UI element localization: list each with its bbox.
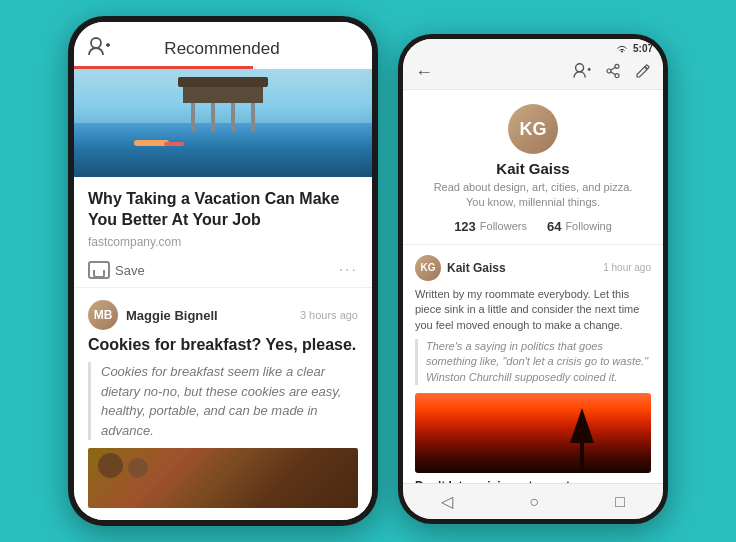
time-display: 5:07 — [633, 43, 653, 54]
left-phone: Recommended — [68, 16, 378, 526]
pillar-2 — [211, 103, 215, 131]
sunset-bg — [415, 393, 651, 473]
share-icon[interactable] — [605, 63, 621, 83]
feed-item[interactable]: KG Kait Gaiss 1 hour ago Written by my r… — [403, 245, 663, 483]
top-bar-right: ← — [403, 56, 663, 90]
top-bar-left: Recommended — [74, 22, 372, 66]
followers-stat: 123 Followers — [454, 219, 527, 234]
following-label: Following — [565, 220, 611, 232]
avatar-2: MB — [88, 300, 118, 330]
right-phone: 5:07 ← — [398, 34, 668, 524]
profile-avatar: KG — [508, 104, 558, 154]
home-nav-icon[interactable]: ○ — [529, 493, 539, 511]
back-nav-icon[interactable]: ◁ — [441, 492, 453, 511]
article-card-1[interactable]: Why Taking a Vacation Can Make You Bette… — [74, 177, 372, 288]
followers-label: Followers — [480, 220, 527, 232]
save-button[interactable]: Save — [88, 261, 145, 279]
article-actions-1: Save ··· — [88, 257, 358, 279]
status-bar: 5:07 — [403, 39, 663, 56]
post-excerpt-2: Cookies for breakfast seem like a clear … — [88, 362, 358, 440]
author-name-2: Maggie Bignell — [126, 308, 218, 323]
page-title: Recommended — [164, 39, 279, 59]
pocket-icon — [88, 261, 110, 279]
content-area-left: Why Taking a Vacation Can Make You Bette… — [74, 69, 372, 520]
following-stat: 64 Following — [547, 219, 612, 234]
profile-section: KG Kait Gaiss Read about design, art, ci… — [403, 90, 663, 245]
feed-avatar: KG — [415, 255, 441, 281]
svg-point-3 — [576, 63, 584, 71]
pillar-4 — [251, 103, 255, 131]
feed-avatar-initials: KG — [421, 262, 436, 273]
add-person-icon-right[interactable] — [573, 63, 591, 83]
svg-point-0 — [91, 38, 101, 48]
tree-silhouette — [572, 413, 592, 473]
time-ago-2: 3 hours ago — [300, 309, 358, 321]
more-options-button[interactable]: ··· — [339, 261, 358, 279]
feed-author-row: KG Kait Gaiss 1 hour ago — [415, 255, 651, 281]
svg-point-6 — [615, 64, 619, 68]
following-count: 64 — [547, 219, 561, 234]
svg-line-10 — [611, 71, 616, 74]
svg-point-8 — [615, 73, 619, 77]
article-source-1: fastcompany.com — [88, 235, 358, 249]
post-title-2: Cookies for breakfast? Yes, please. — [88, 336, 358, 354]
author-info: MB Maggie Bignell — [88, 300, 218, 330]
profile-name: Kait Gaiss — [496, 160, 569, 177]
hero-image[interactable] — [74, 69, 372, 177]
cookies-image — [88, 448, 358, 508]
save-label: Save — [115, 263, 145, 278]
sunset-image — [415, 393, 651, 473]
article-card-2[interactable]: MB Maggie Bignell 3 hours ago Cookies fo… — [74, 288, 372, 520]
tree-trunk — [580, 433, 584, 473]
feed-quote: There's a saying in politics that goes s… — [415, 339, 651, 385]
pillar-1 — [191, 103, 195, 131]
add-person-icon[interactable] — [88, 37, 110, 62]
svg-point-7 — [607, 69, 611, 73]
swimmer — [134, 138, 184, 150]
svg-line-9 — [611, 67, 616, 70]
article-title-1: Why Taking a Vacation Can Make You Bette… — [88, 189, 358, 231]
profile-avatar-initials: KG — [520, 119, 547, 140]
feed-time-ago: 1 hour ago — [603, 262, 651, 273]
bottom-nav: ◁ ○ □ — [403, 483, 663, 519]
pavilion-roof — [183, 85, 263, 103]
feed-text: Written by my roommate everybody. Let th… — [415, 287, 651, 333]
status-icons: 5:07 — [616, 43, 653, 54]
pavilion-pillars — [183, 103, 263, 131]
profile-stats: 123 Followers 64 Following — [454, 219, 612, 234]
recents-nav-icon[interactable]: □ — [615, 493, 625, 511]
pillar-3 — [231, 103, 235, 131]
edit-icon[interactable] — [635, 63, 651, 83]
feed-author-name: Kait Gaiss — [447, 261, 597, 275]
wifi-icon — [616, 44, 628, 54]
profile-bio: Read about design, art, cities, and pizz… — [433, 180, 633, 211]
author-row: MB Maggie Bignell 3 hours ago — [88, 300, 358, 330]
pavilion — [183, 85, 263, 135]
followers-count: 123 — [454, 219, 476, 234]
back-button[interactable]: ← — [415, 62, 433, 83]
